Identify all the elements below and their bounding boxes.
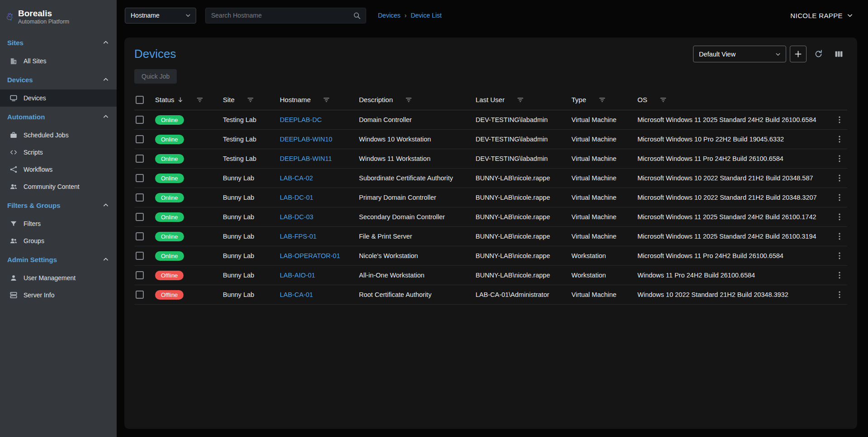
row-checkbox[interactable] (136, 174, 144, 182)
row-actions-button[interactable] (832, 287, 847, 302)
sidebar: Borealis Automation Platform SitesAll Si… (0, 0, 117, 437)
cell-last-user: BUNNY-LAB\nicole.rappe (476, 272, 571, 279)
more-vert-icon (835, 271, 844, 280)
filter-list-icon[interactable] (659, 96, 667, 104)
sidebar-item-scripts[interactable]: Scripts (0, 144, 117, 161)
column-header-last-user[interactable]: Last User (476, 96, 571, 104)
breadcrumb-device-list[interactable]: Device List (410, 12, 441, 19)
sidebar-item-all-sites[interactable]: All Sites (0, 52, 117, 70)
table-row: OnlineTesting LabDEEPLAB-WIN10Windows 10… (134, 130, 847, 149)
search-field-select-value: Hostname (131, 12, 160, 19)
cell-status: Online (155, 135, 223, 144)
row-checkbox[interactable] (136, 232, 144, 240)
row-actions-button[interactable] (832, 248, 847, 263)
row-actions-button[interactable] (832, 209, 847, 225)
row-checkbox[interactable] (136, 271, 144, 279)
breadcrumb-separator: › (405, 12, 407, 19)
select-all-checkbox[interactable] (136, 96, 144, 104)
row-actions-button[interactable] (832, 151, 847, 166)
add-view-button[interactable] (790, 46, 807, 62)
sidebar-item-filters[interactable]: Filters (0, 215, 117, 232)
row-actions-button[interactable] (832, 132, 847, 147)
row-checkbox[interactable] (136, 193, 144, 202)
people-icon (9, 183, 18, 191)
hostname-link[interactable]: LAB-DC-01 (280, 194, 313, 201)
hostname-link[interactable]: LAB-CA-01 (280, 291, 313, 298)
cell-status: Online (155, 174, 223, 183)
chevron-up-icon (101, 75, 110, 84)
cell-hostname: DEEPLAB-DC (280, 116, 359, 123)
row-checkbox[interactable] (136, 252, 144, 260)
hostname-link[interactable]: LAB-OPERATOR-01 (280, 252, 340, 259)
sidebar-section-admin-settings[interactable]: Admin Settings (0, 249, 117, 269)
sidebar-item-server-info[interactable]: Server Info (0, 287, 117, 304)
workflow-icon (9, 165, 18, 174)
row-actions-button[interactable] (832, 112, 847, 127)
content-area: Devices Default View (117, 31, 868, 437)
column-header-os[interactable]: OS (637, 96, 826, 104)
row-actions-button[interactable] (832, 268, 847, 283)
hostname-link[interactable]: DEEPLAB-WIN11 (280, 155, 332, 162)
status-badge: Online (155, 193, 184, 202)
column-header-description[interactable]: Description (359, 96, 476, 104)
column-header-type[interactable]: Type (571, 96, 637, 104)
cell-actions (826, 112, 847, 127)
hostname-link[interactable]: DEEPLAB-WIN10 (280, 136, 332, 143)
search-input[interactable] (211, 12, 353, 19)
hostname-link[interactable]: LAB-DC-03 (280, 213, 313, 221)
row-checkbox[interactable] (136, 291, 144, 299)
quick-job-button[interactable]: Quick Job (134, 69, 177, 84)
row-checkbox[interactable] (136, 135, 144, 143)
row-actions-button[interactable] (832, 170, 847, 186)
cell-site: Testing Lab (223, 155, 280, 162)
sidebar-item-user-management[interactable]: User Management (0, 269, 117, 287)
column-header-site[interactable]: Site (223, 96, 280, 104)
search-field-select[interactable]: Hostname (125, 8, 196, 23)
cell-os: Microsoft Windows 11 2025 Standard 24H2 … (637, 233, 826, 240)
cell-last-user: BUNNY-LAB\nicole.rappe (476, 233, 571, 240)
cell-checkbox (134, 232, 155, 240)
cell-site: Bunny Lab (223, 194, 280, 201)
hostname-link[interactable]: DEEPLAB-DC (280, 116, 322, 123)
cell-hostname: LAB-OPERATOR-01 (280, 252, 359, 259)
sidebar-section-devices[interactable]: Devices (0, 70, 117, 89)
row-actions-button[interactable] (832, 229, 847, 244)
cell-last-user: BUNNY-LAB\nicole.rappe (476, 252, 571, 259)
row-actions-button[interactable] (832, 190, 847, 205)
breadcrumb-devices[interactable]: Devices (378, 12, 401, 19)
column-header-status[interactable]: Status (155, 96, 223, 104)
filter-list-icon[interactable] (405, 96, 413, 104)
filter-list-icon[interactable] (246, 96, 255, 104)
column-settings-button[interactable] (830, 46, 847, 62)
cell-os: Microsoft Windows 11 2025 Standard 24H2 … (637, 116, 826, 123)
row-checkbox[interactable] (136, 213, 144, 221)
filter-list-icon[interactable] (322, 96, 330, 104)
page-title: Devices (134, 47, 176, 61)
row-checkbox[interactable] (136, 155, 144, 163)
cell-status: Online (155, 115, 223, 125)
sidebar-item-label: Filters (24, 220, 41, 227)
sidebar-section-automation[interactable]: Automation (0, 107, 117, 127)
hostname-link[interactable]: LAB-AIO-01 (280, 272, 315, 279)
sidebar-item-workflows[interactable]: Workflows (0, 161, 117, 178)
hostname-link[interactable]: LAB-CA-02 (280, 174, 313, 182)
filter-list-icon[interactable] (196, 96, 204, 104)
sidebar-item-devices[interactable]: Devices (0, 89, 117, 107)
sidebar-item-community-content[interactable]: Community Content (0, 178, 117, 195)
sidebar-item-label: Server Info (24, 291, 54, 299)
refresh-button[interactable] (810, 46, 827, 62)
sidebar-section-filters-groups[interactable]: Filters & Groups (0, 195, 117, 215)
view-select[interactable]: Default View (693, 46, 786, 62)
sidebar-item-groups[interactable]: Groups (0, 232, 117, 249)
arrow-down-icon (177, 96, 184, 103)
hostname-link[interactable]: LAB-FPS-01 (280, 233, 316, 240)
chevron-down-icon (774, 50, 782, 58)
filter-list-icon[interactable] (598, 96, 606, 104)
user-menu[interactable]: NICOLE RAPPE (790, 11, 854, 20)
status-badge: Online (155, 135, 184, 144)
row-checkbox[interactable] (136, 116, 144, 124)
sidebar-section-sites[interactable]: Sites (0, 33, 117, 52)
filter-list-icon[interactable] (516, 96, 524, 104)
column-header-hostname[interactable]: Hostname (280, 96, 359, 104)
sidebar-item-scheduled-jobs[interactable]: Scheduled Jobs (0, 127, 117, 144)
